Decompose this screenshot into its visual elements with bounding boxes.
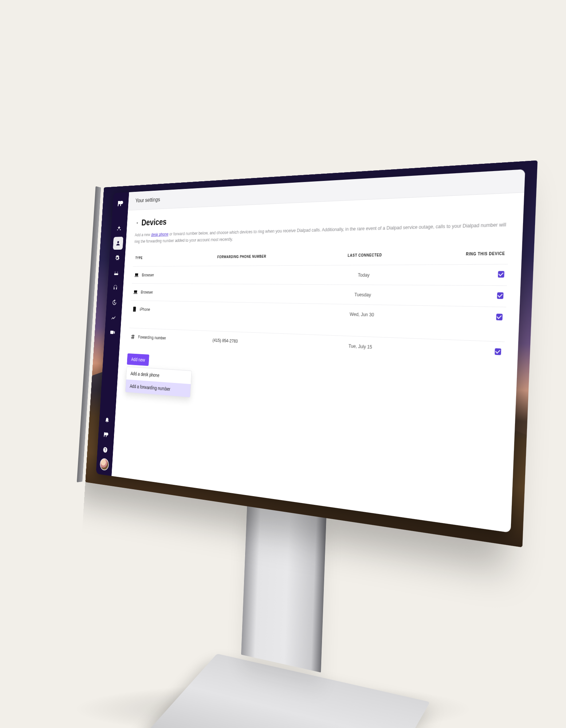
table-row: Browser Today bbox=[132, 264, 508, 286]
sidebar-item-history[interactable] bbox=[109, 296, 120, 309]
device-type: Browser bbox=[142, 273, 154, 278]
section-title: Devices bbox=[141, 217, 167, 228]
sidebar-item-presence[interactable] bbox=[101, 428, 111, 442]
device-type: iPhone bbox=[139, 306, 150, 312]
main-panel: Your settings Devices Add a new desk pho… bbox=[111, 169, 525, 533]
sidebar-item-help[interactable] bbox=[100, 443, 111, 457]
page-title: Your settings bbox=[128, 169, 525, 210]
sidebar-item-department[interactable] bbox=[111, 266, 122, 280]
device-last-connected: Today bbox=[305, 265, 427, 285]
col-ring: RING THIS DEVICE bbox=[427, 247, 508, 265]
add-new-dropdown: Add a desk phoneAdd a forwarding number bbox=[125, 367, 192, 397]
col-forward: FORWARDING PHONE NUMBER bbox=[215, 250, 307, 266]
sidebar-item-notifications[interactable] bbox=[102, 413, 113, 427]
video-icon bbox=[110, 329, 115, 336]
chart-icon bbox=[111, 314, 116, 321]
status-icon bbox=[103, 431, 109, 439]
router-icon bbox=[114, 270, 119, 276]
device-forward bbox=[212, 302, 304, 322]
device-last-connected: Wed, Jun 30 bbox=[303, 304, 425, 326]
sidebar-item-meetings[interactable] bbox=[107, 326, 118, 339]
col-type: TYPE bbox=[133, 252, 216, 266]
laptop-icon bbox=[134, 272, 139, 278]
monitor: Your settings Devices Add a new desk pho… bbox=[85, 160, 538, 547]
device-type: Browser bbox=[141, 289, 153, 294]
sidebar-item-sparkle[interactable] bbox=[114, 222, 124, 235]
sidebar-item-settings[interactable] bbox=[112, 252, 122, 265]
add-new-wrap: Add new Add a desk phoneAdd a forwarding… bbox=[125, 353, 193, 398]
col-last: LAST CONNECTED bbox=[306, 249, 427, 266]
sidebar-avatar[interactable] bbox=[99, 458, 109, 471]
sparkle-icon bbox=[117, 225, 122, 232]
hash-icon bbox=[130, 333, 135, 340]
history-icon bbox=[112, 299, 117, 306]
sidebar-item-coaching[interactable] bbox=[110, 281, 121, 294]
monitor-screen: Your settings Devices Add a new desk pho… bbox=[85, 160, 538, 547]
device-last-connected: Tue, July 15 bbox=[302, 334, 423, 359]
sidebar-logo[interactable] bbox=[115, 197, 126, 210]
monitor-stand-neck bbox=[241, 500, 327, 673]
desc-pre: Add a new bbox=[135, 232, 152, 237]
device-type: Fowarding number bbox=[138, 335, 166, 341]
app-window: Your settings Devices Add a new desk pho… bbox=[96, 169, 525, 533]
chevron-down-icon bbox=[135, 221, 139, 225]
devices-table: TYPE FORWARDING PHONE NUMBER LAST CONNEC… bbox=[128, 247, 509, 363]
dialpad-logo-icon bbox=[117, 199, 123, 207]
ring-device-checkbox[interactable] bbox=[497, 292, 503, 299]
content: Devices Add a new desk phone or forward … bbox=[116, 193, 524, 441]
desk-phone-link[interactable]: desk phone bbox=[151, 232, 169, 237]
sidebar-item-analytics[interactable] bbox=[108, 311, 119, 324]
laptop-icon bbox=[133, 289, 138, 295]
device-forward bbox=[212, 284, 305, 304]
phone-icon bbox=[132, 306, 137, 312]
ring-device-checkbox[interactable] bbox=[495, 348, 501, 355]
help-icon bbox=[103, 446, 108, 454]
ring-device-checkbox[interactable] bbox=[496, 314, 503, 321]
ring-device-checkbox[interactable] bbox=[498, 271, 504, 278]
add-new-button[interactable]: Add new bbox=[127, 353, 149, 366]
gear-icon bbox=[115, 255, 120, 261]
person-icon bbox=[115, 240, 121, 246]
device-forward bbox=[213, 265, 306, 284]
headset-icon bbox=[113, 284, 118, 291]
device-last-connected: Tuesday bbox=[304, 284, 425, 305]
device-forward: (415) 854-2783 bbox=[210, 331, 302, 353]
bell-icon bbox=[105, 416, 110, 423]
sidebar-item-contacts[interactable] bbox=[113, 237, 123, 250]
